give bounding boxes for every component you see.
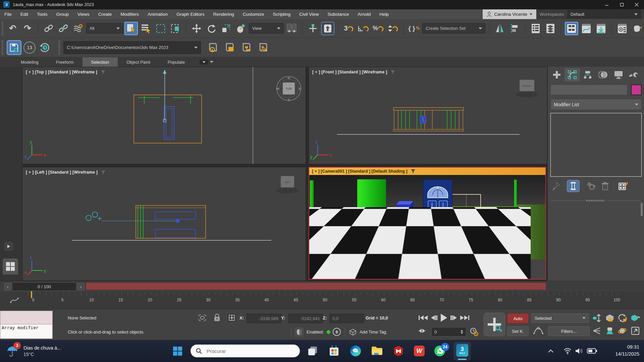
battery-icon[interactable] (586, 347, 598, 355)
selection-lock-toggle-icon[interactable] (213, 313, 221, 322)
z-coord-field[interactable]: 0,0 (329, 314, 364, 323)
edge-browser-icon[interactable] (348, 344, 363, 358)
menu-scripting[interactable]: Scripting (269, 9, 295, 19)
spinner-snap-toggle-icon[interactable] (386, 22, 400, 35)
ribbon-tab-freeform[interactable]: Freeform (47, 57, 83, 67)
save-file-button[interactable] (7, 40, 21, 55)
orbit-arrows-icon[interactable] (617, 313, 628, 323)
select-by-name-icon[interactable] (139, 22, 153, 35)
viewcube-front[interactable]: FRONT (514, 77, 540, 98)
frame-stepper[interactable] (419, 329, 425, 333)
render-setup-icon[interactable] (615, 22, 629, 35)
menu-group[interactable]: Group (52, 9, 73, 19)
undo-icon[interactable]: ↶ (6, 22, 19, 35)
named-selection-sets-dropdown[interactable]: Create Selection Set (422, 23, 485, 34)
tray-clock[interactable]: 09:31 14/11/2025 (600, 344, 639, 358)
viewport-layout-tabs-button[interactable] (3, 258, 18, 275)
ribbon-tab-populate[interactable]: Populate (159, 57, 194, 67)
ribbon-minimize-dropdown[interactable] (200, 60, 213, 65)
close-button[interactable] (629, 0, 644, 9)
go-to-end-button[interactable] (460, 315, 469, 320)
key-filters-button[interactable]: Filters... (548, 326, 590, 336)
auto-key-button[interactable]: Auto (507, 313, 529, 323)
hierarchy-tab[interactable] (580, 68, 595, 81)
menu-edit[interactable]: Edit (16, 9, 33, 19)
absolute-offset-mode-icon[interactable] (227, 313, 237, 323)
viewport-front-label[interactable]: [ + ] [Front ] [Standard ] [Wireframe ] (312, 70, 395, 74)
keyboard-shortcut-override-toggle[interactable] (321, 22, 334, 35)
viewport-camera[interactable]: [ + ] [Camera001 ] [Standard ] [Default … (309, 167, 546, 280)
orbit-camera-icon[interactable] (617, 326, 628, 336)
isolate-selection-toggle-icon[interactable] (197, 313, 207, 322)
next-frame-button[interactable] (450, 315, 457, 320)
go-to-start-button[interactable] (419, 315, 428, 320)
autobackup-time-icon[interactable] (38, 41, 52, 55)
angle-snap-toggle-icon[interactable] (357, 22, 370, 35)
ribbon-tab-selection[interactable]: Selection (83, 57, 118, 67)
new-scene-icon[interactable] (222, 40, 237, 55)
panel-splitter[interactable] (551, 199, 641, 202)
panel-scrollbar[interactable] (641, 203, 643, 216)
snaps-toggle-icon[interactable]: 3 (342, 22, 356, 35)
viewcube-top[interactable]: TOP N E S W (275, 74, 303, 103)
time-slider-handle[interactable]: 0 / 100 (12, 282, 76, 291)
select-and-rotate-icon[interactable] (205, 22, 218, 35)
zoom-extents-all-icon[interactable] (604, 313, 615, 323)
maxscript-shield-icon[interactable] (294, 327, 304, 337)
make-unique-icon[interactable] (585, 180, 597, 192)
add-time-tag-label[interactable]: Add Time Tag (360, 329, 386, 335)
menu-help[interactable]: Help (375, 9, 393, 19)
3dsmax-taskbar-icon[interactable]: 3 MAX (453, 342, 471, 361)
minimize-button[interactable] (599, 0, 614, 9)
select-and-move-icon[interactable] (190, 22, 203, 35)
maximize-button[interactable] (614, 0, 629, 9)
autobackup-badge[interactable]: 13 (23, 42, 36, 54)
task-view-button[interactable] (306, 344, 320, 358)
search-input[interactable] (206, 348, 288, 354)
zoom-extents-selected-icon[interactable] (630, 313, 641, 323)
reference-coordinate-dropdown[interactable]: View (249, 23, 284, 34)
select-object-button[interactable] (124, 22, 138, 35)
start-button[interactable] (170, 344, 184, 358)
curve-editor-icon[interactable] (580, 22, 593, 35)
ribbon-tab-object-paint[interactable]: Object Paint (118, 57, 159, 67)
pin-stack-icon[interactable] (551, 180, 561, 192)
modifier-stack-list[interactable] (550, 113, 642, 177)
menu-customize[interactable]: Customize (238, 9, 269, 19)
menu-graph-editors[interactable]: Graph Editors (172, 9, 209, 19)
viewport-top[interactable]: y x z TOP N E S W [ + ] [Top ] [Standar (22, 67, 306, 164)
utilities-tab[interactable] (626, 68, 642, 81)
menu-file[interactable]: File (0, 9, 16, 19)
object-name-field[interactable] (550, 84, 628, 95)
wps-office-icon[interactable]: W (412, 344, 426, 358)
rectangular-selection-region-icon[interactable] (154, 22, 167, 35)
project-settings-icon[interactable] (206, 40, 220, 55)
time-slider-track[interactable] (86, 283, 546, 290)
window-crossing-toggle-icon[interactable] (169, 22, 182, 35)
ribbon-tab-modeling[interactable]: Modeling (12, 57, 47, 67)
x-coord-field[interactable]: -3338,589 (247, 314, 281, 323)
remove-modifier-icon[interactable] (599, 180, 611, 192)
scene-hierarchy-icon[interactable] (239, 40, 254, 55)
expand-toolbar-button[interactable] (5, 242, 13, 250)
dolly-camera-icon[interactable] (592, 313, 602, 323)
maxscript-mini-listener[interactable]: Array modifier (0, 311, 53, 339)
weather-widget[interactable]: 3 Dias de chuva à... 15°C (5, 342, 61, 360)
menu-rendering[interactable]: Rendering (209, 9, 238, 19)
viewport-left-label[interactable]: [ + ] [Left ] [Standard ] [Wireframe ] (26, 170, 106, 175)
quick-access-drag-handle[interactable] (2, 41, 3, 55)
modify-tab[interactable] (565, 68, 580, 81)
path-toolbar-drag-handle[interactable] (58, 41, 60, 55)
mirror-icon[interactable] (493, 22, 506, 35)
default-in-out-tangent-icon[interactable] (531, 326, 545, 336)
viewport-top-label[interactable]: [ + ] [Top ] [Standard ] [Wireframe ] (26, 70, 105, 74)
menu-views[interactable]: Views (73, 9, 94, 19)
viewport-filter-icon[interactable] (411, 169, 416, 174)
time-configuration-button[interactable] (469, 327, 479, 337)
file-explorer-icon[interactable] (370, 344, 384, 358)
selection-filter-dropdown[interactable]: All (86, 23, 123, 34)
bind-to-space-warp-icon[interactable] (71, 22, 85, 35)
time-slider-prev-button[interactable]: ‹ (4, 283, 11, 290)
object-color-swatch[interactable] (631, 84, 642, 95)
signed-in-user-menu[interactable]: Carolina Vicente (483, 9, 536, 19)
